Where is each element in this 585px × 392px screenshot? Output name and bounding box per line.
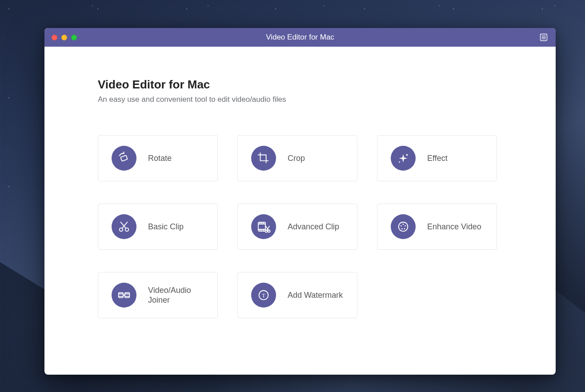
tool-label: Effect bbox=[427, 153, 448, 164]
page-title: Video Editor for Mac bbox=[98, 78, 502, 92]
tool-rotate[interactable]: Rotate bbox=[98, 135, 218, 181]
svg-point-5 bbox=[406, 154, 408, 156]
svg-rect-30 bbox=[119, 292, 123, 297]
tool-label: Enhance Video bbox=[427, 222, 481, 232]
scissors-icon bbox=[112, 214, 136, 239]
tool-advanced-clip[interactable]: Advanced Clip bbox=[237, 204, 357, 250]
tool-joiner[interactable]: Video/Audio Joiner bbox=[98, 272, 218, 318]
list-icon bbox=[539, 33, 548, 42]
svg-point-26 bbox=[405, 225, 406, 227]
svg-rect-31 bbox=[125, 292, 129, 297]
svg-point-25 bbox=[401, 225, 402, 227]
traffic-lights bbox=[52, 35, 77, 40]
tool-watermark[interactable]: T Add Watermark bbox=[237, 272, 357, 318]
enhance-icon bbox=[391, 214, 416, 239]
advanced-clip-icon bbox=[251, 214, 276, 239]
tool-label: Basic Clip bbox=[148, 222, 184, 232]
tool-label: Video/Audio Joiner bbox=[148, 285, 208, 305]
rotate-icon bbox=[112, 146, 136, 171]
main-content: Video Editor for Mac An easy use and con… bbox=[44, 47, 556, 375]
tools-grid: Rotate Crop bbox=[98, 135, 502, 318]
tool-label: Crop bbox=[288, 153, 305, 164]
tool-basic-clip[interactable]: Basic Clip bbox=[98, 204, 218, 250]
app-window: Video Editor for Mac Video Editor for Ma… bbox=[44, 28, 556, 375]
crop-icon bbox=[251, 146, 276, 171]
svg-point-28 bbox=[404, 228, 405, 229]
tool-label: Rotate bbox=[148, 153, 172, 164]
svg-point-24 bbox=[399, 222, 408, 232]
svg-rect-4 bbox=[120, 155, 128, 161]
svg-point-29 bbox=[403, 224, 404, 225]
watermark-icon: T bbox=[251, 283, 276, 308]
tool-crop[interactable]: Crop bbox=[237, 135, 357, 181]
tool-label: Add Watermark bbox=[288, 290, 343, 300]
tool-enhance-video[interactable]: Enhance Video bbox=[377, 204, 497, 250]
tool-label: Advanced Clip bbox=[288, 222, 339, 232]
svg-point-27 bbox=[401, 228, 403, 229]
sparkle-icon bbox=[391, 146, 416, 171]
window-zoom-button[interactable] bbox=[71, 35, 77, 40]
menu-button[interactable] bbox=[538, 32, 549, 43]
window-close-button[interactable] bbox=[52, 35, 57, 40]
svg-text:T: T bbox=[262, 292, 265, 299]
page-subtitle: An easy use and convenient tool to edit … bbox=[98, 95, 502, 104]
window-minimize-button[interactable] bbox=[61, 35, 67, 40]
window-title: Video Editor for Mac bbox=[44, 33, 556, 42]
titlebar: Video Editor for Mac bbox=[44, 28, 556, 47]
tool-effect[interactable]: Effect bbox=[377, 135, 497, 181]
svg-point-6 bbox=[399, 161, 400, 163]
joiner-icon bbox=[112, 283, 136, 308]
